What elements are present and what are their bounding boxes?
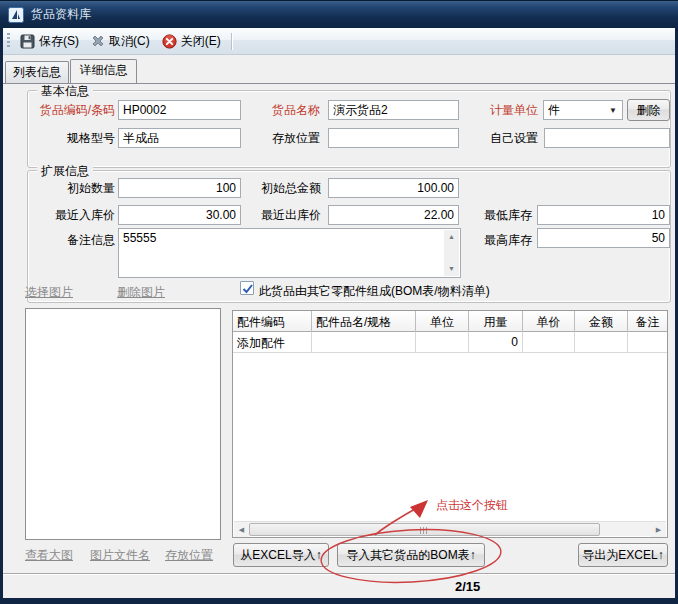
bom-checkbox[interactable] — [240, 281, 254, 295]
save-icon — [20, 34, 35, 49]
col-header-remark[interactable]: 备注 — [628, 311, 667, 332]
cell-part-name — [312, 332, 416, 353]
basic-info-legend: 基本信息 — [37, 83, 93, 100]
col-header-part-name[interactable]: 配件品名/规格 — [312, 311, 416, 332]
tab-list-info[interactable]: 列表信息 — [5, 61, 69, 83]
delete-unit-button-label: 删除 — [637, 102, 661, 119]
toolbar-grip[interactable] — [7, 33, 10, 49]
save-button[interactable]: 保存(S) — [14, 31, 85, 52]
max-stock-label: 最高库存 — [444, 230, 532, 250]
unit-label: 计量单位 — [448, 100, 538, 120]
last-out-price-input[interactable] — [328, 205, 459, 225]
record-page-indicator: 2/15 — [455, 579, 480, 594]
export-excel-button[interactable]: 导出为EXCEL↑ — [578, 543, 668, 567]
delete-image-link[interactable]: 删除图片 — [117, 284, 165, 301]
hscrollbar-thumb[interactable] — [249, 523, 600, 536]
status-bar: 2/15 — [3, 573, 675, 598]
tab-detail-info[interactable]: 详细信息 — [70, 59, 137, 83]
col-header-usage[interactable]: 用量 — [469, 311, 523, 332]
cancel-button[interactable]: 取消(C) — [85, 31, 156, 52]
custom-label: 自己设置 — [448, 128, 538, 148]
initial-qty-input[interactable] — [118, 178, 241, 198]
import-bom-button-label: 导入其它货品的BOM表↑ — [346, 547, 475, 564]
window-title: 货品资料库 — [31, 6, 91, 23]
check-icon — [241, 282, 255, 296]
import-excel-button-label: 从EXCEL导入↑ — [240, 547, 321, 564]
cell-remark — [628, 332, 667, 353]
delete-unit-button[interactable]: 删除 — [627, 99, 670, 121]
tab-list-info-label: 列表信息 — [13, 65, 61, 79]
close-icon — [162, 34, 177, 49]
name-label: 货品名称 — [243, 100, 320, 120]
max-stock-input[interactable] — [537, 228, 670, 248]
export-excel-button-label: 导出为EXCEL↑ — [582, 547, 663, 564]
min-stock-label: 最低库存 — [444, 205, 532, 225]
save-button-label: 保存(S) — [39, 33, 79, 50]
name-input[interactable] — [328, 100, 459, 120]
goods-data-window: 货品资料库 保存(S) 取消(C) — [0, 0, 678, 604]
scroll-left-icon[interactable]: ◀ — [234, 522, 249, 537]
min-stock-input[interactable] — [537, 205, 670, 225]
toolbar: 保存(S) 取消(C) 关闭(E) — [3, 28, 675, 55]
custom-input[interactable] — [544, 128, 670, 148]
remarks-label: 备注信息 — [11, 230, 115, 250]
spec-label: 规格型号 — [11, 128, 115, 148]
unit-select-value: 件 — [548, 102, 560, 119]
cell-part-code: 添加配件 — [233, 332, 312, 353]
tab-detail-info-label: 详细信息 — [80, 63, 128, 77]
cell-amount — [575, 332, 628, 353]
remarks-textarea[interactable]: 55555 — [119, 229, 443, 277]
col-header-amount[interactable]: 金额 — [575, 311, 628, 332]
bom-parts-table: 配件编码 配件品名/规格 单位 用量 单价 金额 备注 添加配件 0 ◀ — [232, 310, 668, 538]
table-row-add-part[interactable]: 添加配件 0 — [233, 332, 667, 353]
image-preview-box — [25, 308, 221, 540]
remarks-field: 55555 ▲ ▼ — [118, 228, 461, 278]
select-image-link[interactable]: 选择图片 — [25, 284, 73, 301]
initial-qty-label: 初始数量 — [11, 178, 115, 198]
bom-checkbox-label[interactable]: 此货品由其它零配件组成(BOM表/物料清单) — [259, 281, 559, 301]
col-header-unit-price[interactable]: 单价 — [523, 311, 575, 332]
app-icon — [8, 7, 24, 23]
spec-input[interactable] — [118, 128, 241, 148]
tab-page-border — [3, 83, 675, 84]
table-header-row: 配件编码 配件品名/规格 单位 用量 单价 金额 备注 — [233, 311, 667, 332]
initial-amount-input[interactable] — [328, 178, 459, 198]
close-button[interactable]: 关闭(E) — [156, 31, 227, 52]
cell-unit-price — [523, 332, 575, 353]
unit-select[interactable]: 件 ▼ — [543, 100, 623, 120]
storage-location-label: 存放位置 — [243, 128, 320, 148]
initial-amount-label: 初始总金额 — [228, 178, 321, 198]
image-location-link[interactable]: 存放位置 — [165, 547, 213, 564]
table-hscrollbar[interactable]: ◀ ▶ — [234, 521, 666, 536]
last-in-price-label: 最近入库价 — [11, 205, 115, 225]
code-label: 货品编码/条码 — [11, 100, 115, 120]
title-bar: 货品资料库 — [0, 0, 678, 28]
col-header-part-code[interactable]: 配件编码 — [233, 311, 312, 332]
scroll-right-icon[interactable]: ▶ — [651, 522, 666, 537]
code-input[interactable] — [118, 100, 241, 120]
close-button-label: 关闭(E) — [181, 33, 221, 50]
cell-usage: 0 — [469, 332, 523, 353]
cancel-icon — [91, 34, 105, 48]
last-out-price-label: 最近出库价 — [228, 205, 321, 225]
view-large-image-link[interactable]: 查看大图 — [25, 547, 73, 564]
form-body: 保存(S) 取消(C) 关闭(E) 列表信息 详 — [3, 28, 675, 598]
thumb-grip — [420, 527, 429, 534]
import-bom-button[interactable]: 导入其它货品的BOM表↑ — [337, 543, 485, 567]
image-filename-link[interactable]: 图片文件名 — [90, 547, 150, 564]
toolbar-separator — [231, 33, 233, 50]
import-excel-button[interactable]: 从EXCEL导入↑ — [233, 543, 329, 567]
cancel-button-label: 取消(C) — [109, 33, 150, 50]
chevron-down-icon: ▼ — [609, 107, 617, 115]
storage-location-input[interactable] — [328, 128, 459, 148]
col-header-unit[interactable]: 单位 — [416, 311, 469, 332]
last-in-price-input[interactable] — [118, 205, 241, 225]
cell-unit — [416, 332, 469, 353]
scroll-down-icon[interactable]: ▼ — [444, 262, 459, 276]
